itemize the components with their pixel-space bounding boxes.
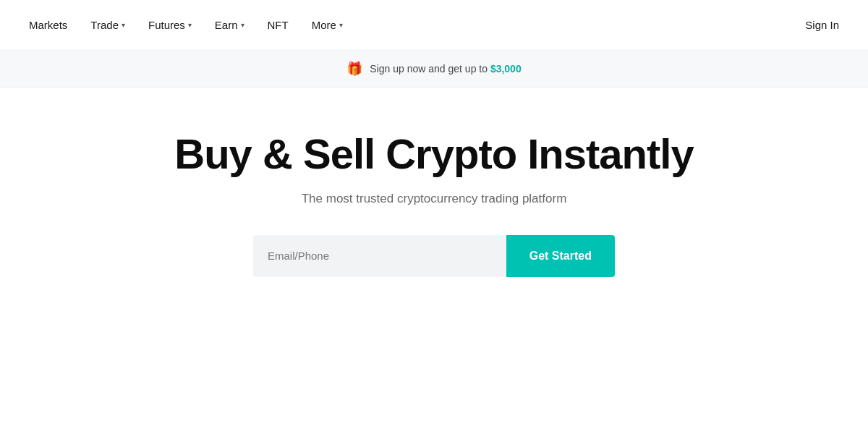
nav-item-trade[interactable]: Trade ▾ bbox=[90, 19, 125, 31]
nav-item-earn[interactable]: Earn ▾ bbox=[215, 19, 244, 31]
nav-items: Markets Trade ▾ Futures ▾ Earn ▾ NFT Mor… bbox=[29, 19, 805, 31]
chevron-down-icon: ▾ bbox=[241, 21, 244, 29]
banner-text-prefix: Sign up now and get up to bbox=[370, 63, 490, 75]
chevron-down-icon: ▾ bbox=[339, 21, 343, 29]
get-started-button[interactable]: Get Started bbox=[506, 235, 615, 277]
nav-item-futures[interactable]: Futures ▾ bbox=[148, 19, 192, 31]
hero-section: Buy & Sell Crypto Instantly The most tru… bbox=[0, 88, 868, 306]
nav-label-markets: Markets bbox=[29, 19, 67, 31]
nav-item-more[interactable]: More ▾ bbox=[312, 19, 343, 31]
sign-in-label: Sign In bbox=[805, 19, 839, 31]
hero-subtitle: The most trusted cryptocurrency trading … bbox=[302, 192, 567, 206]
hero-title: Buy & Sell Crypto Instantly bbox=[174, 131, 693, 177]
cta-row: Get Started bbox=[253, 235, 615, 277]
gift-icon: 🎁 bbox=[346, 61, 362, 77]
nav-label-trade: Trade bbox=[90, 19, 119, 31]
banner-amount: $3,000 bbox=[490, 63, 522, 75]
email-phone-input[interactable] bbox=[253, 235, 506, 277]
banner-text: Sign up now and get up to $3,000 bbox=[370, 63, 521, 75]
nav-label-nft: NFT bbox=[268, 19, 289, 31]
sign-in-link[interactable]: Sign In bbox=[805, 19, 839, 31]
nav-right: Sign In bbox=[805, 19, 839, 31]
nav-label-earn: Earn bbox=[215, 19, 238, 31]
nav-item-nft[interactable]: NFT bbox=[268, 19, 289, 31]
promo-banner: 🎁 Sign up now and get up to $3,000 bbox=[0, 51, 868, 88]
chevron-down-icon: ▾ bbox=[122, 21, 125, 29]
nav-item-markets[interactable]: Markets bbox=[29, 19, 67, 31]
navbar: Markets Trade ▾ Futures ▾ Earn ▾ NFT Mor… bbox=[0, 0, 868, 51]
chevron-down-icon: ▾ bbox=[188, 21, 192, 29]
nav-label-more: More bbox=[312, 19, 336, 31]
nav-label-futures: Futures bbox=[148, 19, 185, 31]
